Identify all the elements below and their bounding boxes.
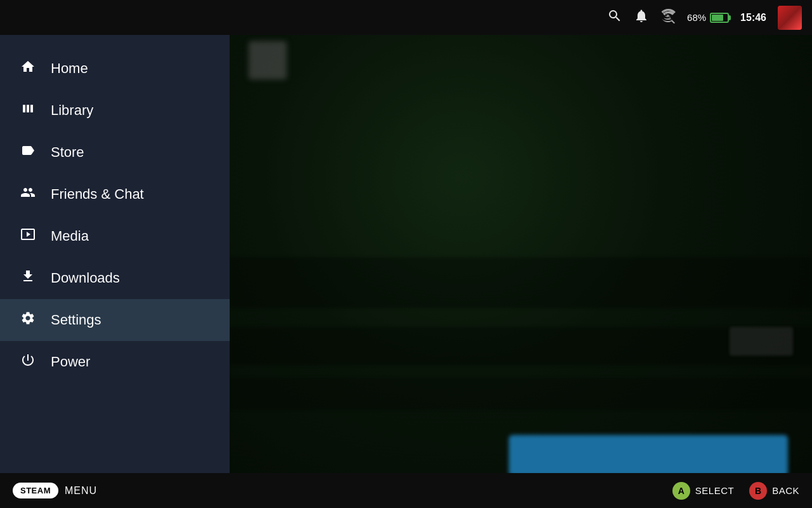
top-bar: 68% 15:46 [0,0,812,35]
back-label: BACK [772,485,799,496]
game-art-panel [249,41,287,79]
controls-blur-panel [230,327,812,365]
action-buttons-panel [509,435,788,476]
b-button[interactable]: B [749,482,767,500]
notification-icon[interactable] [634,8,649,27]
sidebar-label-settings: Settings [51,312,102,328]
menu-label: MENU [65,485,97,497]
sidebar-label-media: Media [51,228,89,244]
sidebar-label-home: Home [51,60,88,77]
friends-icon [19,185,37,204]
title-blur-panel [230,257,812,308]
steam-button[interactable]: STEAM [13,483,58,498]
store-icon [19,143,37,162]
sidebar-item-library[interactable]: Library [0,90,230,131]
sidebar-item-downloads[interactable]: Downloads [0,257,230,299]
library-icon [19,101,37,120]
clock: 15:46 [740,12,766,23]
signal-icon [660,8,676,27]
power-icon [19,352,37,371]
system-icons: 68% 15:46 [607,6,802,30]
select-label: SELECT [695,485,734,496]
sidebar-item-home[interactable]: Home [0,48,230,90]
gear-icons-panel [730,327,793,356]
stats-blur-panel [230,378,812,410]
sidebar-item-friends-chat[interactable]: Friends & Chat [0,173,230,215]
battery-percent: 68% [687,12,706,23]
controller-buttons: A SELECT B BACK [672,482,799,500]
home-icon [19,59,37,78]
back-button-area[interactable]: B BACK [749,482,799,500]
sidebar-item-media[interactable]: Media [0,215,230,257]
main-content [230,35,812,508]
avatar[interactable] [778,6,802,30]
select-button-area[interactable]: A SELECT [672,482,734,500]
bottom-bar: STEAM MENU A SELECT B BACK [0,473,812,508]
sidebar-label-library: Library [51,102,93,119]
a-button[interactable]: A [672,482,690,500]
settings-icon [19,311,37,330]
sidebar-label-power: Power [51,354,90,370]
steam-menu-area[interactable]: STEAM MENU [13,483,97,498]
downloads-icon [19,269,37,288]
search-icon[interactable] [607,8,622,27]
sidebar: Home Library Store Friends & Chat Media … [0,35,230,508]
sidebar-item-power[interactable]: Power [0,341,230,383]
sidebar-item-settings[interactable]: Settings [0,299,230,341]
sidebar-label-store: Store [51,144,84,161]
sidebar-item-store[interactable]: Store [0,131,230,173]
battery-indicator: 68% [687,12,729,23]
sidebar-label-downloads: Downloads [51,270,120,286]
media-icon [19,227,37,246]
battery-icon [710,13,729,23]
sidebar-label-friends-chat: Friends & Chat [51,186,144,203]
background-blur [230,35,812,508]
